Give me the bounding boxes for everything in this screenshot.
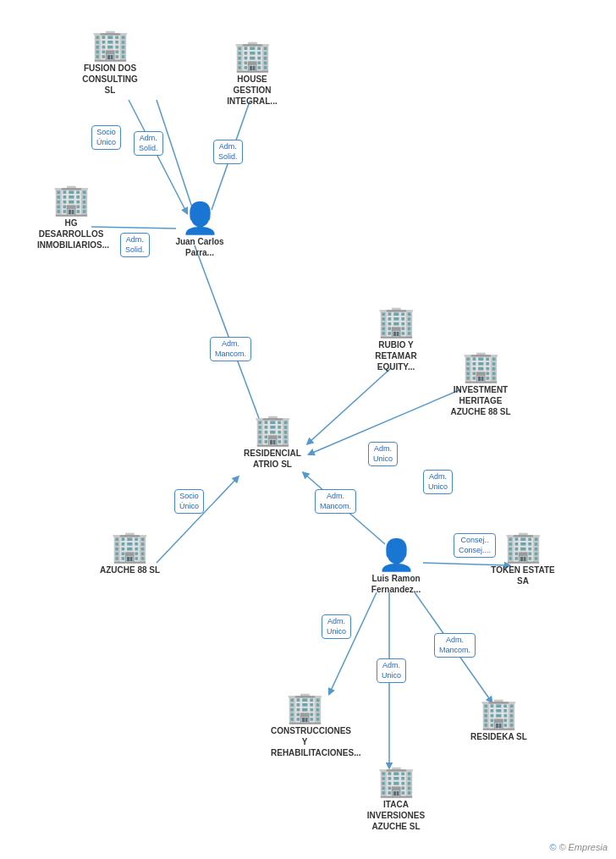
building-icon-rubio: 🏢 bbox=[377, 306, 415, 337]
person-icon-luis: 👤 bbox=[377, 540, 415, 570]
building-icon-resideka: 🏢 bbox=[480, 698, 518, 729]
badge-adm-solid-2: Adm.Solid. bbox=[213, 140, 243, 164]
watermark-text: © Empresia bbox=[558, 842, 608, 852]
badge-adm-mancom-3: Adm.Mancom. bbox=[434, 633, 476, 658]
node-construcciones: 🏢 CONSTRUCCIONES Y REHABILITACIONES... bbox=[271, 692, 338, 758]
badge-adm-solid-1: Adm.Solid. bbox=[134, 131, 163, 156]
label-house-gestion: HOUSE GESTION INTEGRAL... bbox=[218, 74, 286, 107]
badge-adm-unico-4: Adm.Unico bbox=[377, 658, 406, 683]
badge-socio-unico-1: SocioÚnico bbox=[91, 125, 121, 150]
badge-socio-unico-2: SocioÚnico bbox=[174, 489, 204, 514]
node-fusion-dos: 🏢 FUSION DOS CONSULTING SL bbox=[76, 30, 144, 96]
node-resideka: 🏢 RESIDEKA SL bbox=[470, 698, 527, 742]
diagram-container: 🏢 FUSION DOS CONSULTING SL 🏢 HOUSE GESTI… bbox=[0, 0, 616, 859]
building-icon-atrio: 🏢 bbox=[254, 415, 292, 445]
building-icon-azuche88: 🏢 bbox=[111, 531, 149, 562]
node-house-gestion: 🏢 HOUSE GESTION INTEGRAL... bbox=[218, 41, 286, 107]
label-fusion-dos: FUSION DOS CONSULTING SL bbox=[76, 63, 144, 96]
label-luis-ramon: Luis Ramon Fernandez... bbox=[362, 573, 430, 595]
building-icon-hg: 🏢 bbox=[52, 184, 91, 215]
badge-adm-unico-1: Adm.Unico bbox=[368, 442, 398, 466]
label-investment-heritage: INVESTMENT HERITAGE AZUCHE 88 SL bbox=[447, 384, 514, 417]
node-luis-ramon: 👤 Luis Ramon Fernandez... bbox=[362, 540, 430, 595]
label-azuche-88: AZUCHE 88 SL bbox=[100, 564, 160, 575]
node-itaca: 🏢 ITACA INVERSIONES AZUCHE SL bbox=[362, 766, 430, 832]
badge-adm-mancom-1: Adm.Mancom. bbox=[210, 337, 251, 361]
node-investment-heritage: 🏢 INVESTMENT HERITAGE AZUCHE 88 SL bbox=[447, 351, 514, 417]
node-juan-carlos: 👤 Juan Carlos Parra... bbox=[166, 203, 234, 258]
node-hg-desarrollos: 🏢 HG DESARROLLOS INMOBILIARIOS... bbox=[37, 184, 105, 251]
label-residencial-atrio: RESIDENCIAL ATRIO SL bbox=[239, 448, 306, 470]
node-residencial-atrio: 🏢 RESIDENCIAL ATRIO SL bbox=[239, 415, 306, 470]
watermark-copyright: © bbox=[549, 842, 556, 852]
svg-line-10 bbox=[330, 592, 377, 692]
label-itaca: ITACA INVERSIONES AZUCHE SL bbox=[362, 799, 430, 832]
node-azuche-88: 🏢 AZUCHE 88 SL bbox=[100, 531, 160, 575]
person-icon-juan: 👤 bbox=[181, 203, 219, 234]
label-token-estate: TOKEN ESTATE SA bbox=[489, 564, 557, 586]
building-icon-fusion: 🏢 bbox=[91, 30, 129, 60]
label-construcciones: CONSTRUCCIONES Y REHABILITACIONES... bbox=[271, 725, 338, 758]
label-rubio-retamar: RUBIO Y RETAMAR EQUITY... bbox=[362, 339, 430, 372]
svg-line-5 bbox=[309, 368, 391, 443]
node-token-estate: 🏢 TOKEN ESTATE SA bbox=[489, 531, 557, 586]
watermark: © © Empresia bbox=[549, 842, 608, 852]
label-juan-carlos: Juan Carlos Parra... bbox=[166, 236, 234, 258]
label-resideka: RESIDEKA SL bbox=[470, 731, 527, 742]
badge-adm-unico-2: Adm.Unico bbox=[423, 470, 453, 494]
label-hg-desarrollos: HG DESARROLLOS INMOBILIARIOS... bbox=[37, 218, 105, 251]
badge-adm-unico-3: Adm.Unico bbox=[322, 614, 351, 639]
building-icon-house: 🏢 bbox=[234, 41, 272, 71]
building-icon-investment: 🏢 bbox=[462, 351, 500, 382]
building-icon-itaca: 🏢 bbox=[377, 766, 415, 796]
node-rubio-retamar: 🏢 RUBIO Y RETAMAR EQUITY... bbox=[362, 306, 430, 372]
building-icon-token: 🏢 bbox=[504, 531, 542, 562]
building-icon-construcciones: 🏢 bbox=[286, 692, 324, 723]
badge-adm-mancom-2: Adm.Mancom. bbox=[315, 489, 356, 514]
badge-consej-1: Consej..Consej.... bbox=[454, 533, 496, 558]
badge-adm-solid-3: Adm.Solid. bbox=[120, 233, 150, 257]
